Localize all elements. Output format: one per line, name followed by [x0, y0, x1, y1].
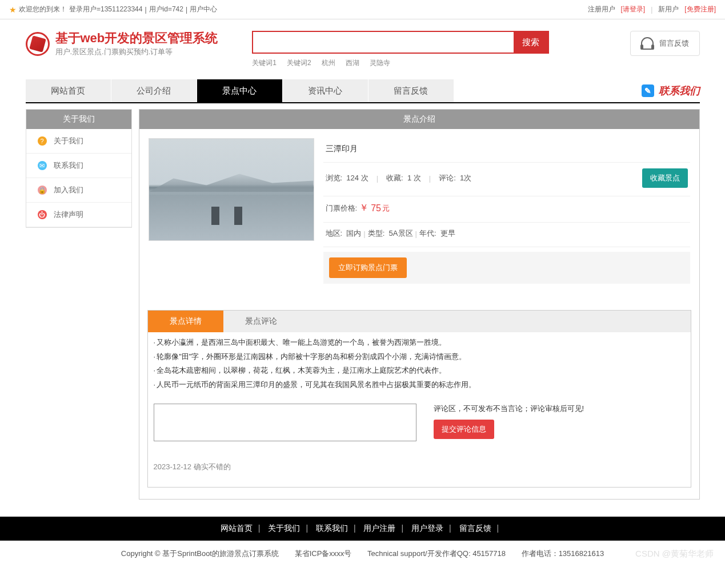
- stats-row: 浏览: 124 次 | 收藏: 1 次 | 评论: 1次 收藏景点: [323, 163, 690, 196]
- nav-home[interactable]: 网站首页: [26, 79, 111, 102]
- footer-link-feedback[interactable]: 留言反馈: [459, 523, 491, 533]
- welcome-text: 欢迎您的到来！: [19, 5, 67, 14]
- tab-detail[interactable]: 景点详情: [148, 311, 223, 332]
- comment-value: 1次: [460, 173, 471, 183]
- collect-button[interactable]: 收藏景点: [642, 168, 688, 188]
- lock-icon: 🔒: [38, 186, 47, 195]
- nav-news[interactable]: 资讯中心: [283, 79, 368, 102]
- divider: |: [651, 6, 652, 14]
- sep: |: [376, 174, 378, 183]
- keyword-link[interactable]: 杭州: [322, 58, 335, 68]
- copyright-text: Copyright © 基于SprintBoot的旅游景点订票系统: [121, 549, 279, 558]
- description: 又称小瀛洲，是西湖三岛中面积最大、唯一能上岛游览的一个岛，被誉为西湖第一胜境。 …: [148, 332, 691, 396]
- power-icon: ⏻: [38, 210, 47, 219]
- content-header: 景点介绍: [139, 110, 699, 129]
- please-login-link[interactable]: [请登录]: [621, 5, 646, 14]
- spot-name: 三潭印月: [323, 138, 690, 163]
- view-label: 浏览:: [326, 173, 343, 183]
- comment-textarea[interactable]: [154, 404, 416, 441]
- logo-icon: [26, 32, 50, 56]
- comment-area: 评论区，不可发布不当言论；评论审核后可见! 提交评论信息: [148, 396, 691, 445]
- contact-us[interactable]: ✎ 联系我们: [642, 79, 700, 102]
- desc-line: 全岛花木疏密相间，以翠柳，荷花，红枫，木芙蓉为主，是江南水上庭院艺术的代表作。: [154, 364, 685, 378]
- nav-company[interactable]: 公司介绍: [111, 79, 197, 102]
- desc-line: 轮廓像"田"字，外圈环形是江南园林，内部被十字形的岛和桥分割成四个小湖，充满诗情…: [154, 350, 685, 364]
- desc-line: 又称小瀛洲，是西湖三岛中面积最大、唯一能上岛游览的一个岛，被誉为西湖第一胜境。: [154, 336, 685, 350]
- keyword-link[interactable]: 关键词2: [287, 58, 311, 68]
- feedback-label: 留言反馈: [659, 38, 689, 49]
- footer-link-about[interactable]: 关于我们: [268, 523, 300, 533]
- sidebar-item-join[interactable]: 🔒 加入我们: [26, 178, 131, 203]
- main: 关于我们 ? 关于我们 ✉ 联系我们 🔒 加入我们 ⏻ 法律声明 景点介绍 三潭…: [26, 109, 700, 500]
- footer-link-home[interactable]: 网站首页: [221, 523, 253, 533]
- icp-text: 某省ICP备xxxx号: [295, 549, 352, 558]
- support-text: Technical support/开发作者QQ: 45157718: [367, 549, 506, 558]
- top-bar: ★ 欢迎您的到来！ 登录用户=13511223344 | 用户id=742 | …: [0, 0, 725, 19]
- type-value: 5A景区: [389, 228, 413, 239]
- keyword-link[interactable]: 关键词1: [252, 58, 277, 68]
- era-label: 年代:: [419, 228, 436, 239]
- logo-title: 基于web开发的景区管理系统: [55, 31, 218, 46]
- nav-spots[interactable]: 景点中心: [197, 79, 283, 102]
- mail-icon: ✉: [38, 161, 47, 170]
- top-right: 注册用户 [请登录] | 新用户 [免费注册]: [588, 5, 716, 14]
- logo-area: 基于web开发的景区管理系统 用户.景区景点.门票购买预约.订单等: [26, 31, 218, 57]
- sep: |: [145, 6, 146, 14]
- question-icon: ?: [38, 136, 47, 146]
- fav-value: 1 次: [407, 173, 421, 183]
- sidebar-item-contact[interactable]: ✉ 联系我们: [26, 154, 131, 178]
- footer-info: Copyright © 基于SprintBoot的旅游景点订票系统 某省ICP备…: [0, 541, 725, 567]
- sidebar-item-legal[interactable]: ⏻ 法律声明: [26, 203, 131, 227]
- tab-comments[interactable]: 景点评论: [223, 311, 299, 332]
- tabs: 景点详情 景点评论: [148, 311, 691, 332]
- meta-row: 地区: 国内 | 类型: 5A景区 | 年代: 更早: [323, 223, 690, 247]
- reg-user-label: 注册用户: [588, 5, 615, 14]
- spot-image: [149, 138, 314, 241]
- sep: |: [363, 229, 365, 238]
- fav-label: 收藏:: [386, 173, 403, 183]
- search-button[interactable]: 搜索: [514, 32, 548, 53]
- search-keywords: 关键词1 关键词2 杭州 西湖 灵隐寺: [252, 58, 549, 68]
- headset-icon: [641, 37, 654, 50]
- type-label: 类型:: [368, 228, 385, 239]
- order-button[interactable]: 立即订购景点门票: [329, 257, 407, 278]
- phone-text: 作者电话：13516821613: [522, 549, 604, 558]
- nav-bar: 网站首页 公司介绍 景点中心 资讯中心 留言反馈 ✎ 联系我们: [26, 79, 700, 103]
- free-register-link[interactable]: [免费注册]: [684, 5, 716, 14]
- top-left: ★ 欢迎您的到来！ 登录用户=13511223344 | 用户id=742 | …: [9, 5, 217, 14]
- nav-feedback[interactable]: 留言反馈: [368, 79, 454, 102]
- spot-info: 三潭印月 浏览: 124 次 | 收藏: 1 次 | 评论: 1次 收藏景点 门…: [323, 138, 690, 284]
- footer-nav: 网站首页| 关于我们| 联系我们| 用户注册| 用户登录| 留言反馈|: [0, 517, 725, 541]
- keyword-link[interactable]: 灵隐寺: [370, 58, 390, 68]
- search-input[interactable]: [253, 32, 514, 53]
- footer-link-login[interactable]: 用户登录: [411, 523, 443, 533]
- sep: |: [415, 229, 417, 238]
- content: 景点介绍 三潭印月 浏览: 124 次 | 收藏: 1 次 | 评论: 1次: [139, 109, 700, 500]
- feedback-button[interactable]: 留言反馈: [630, 31, 700, 56]
- footer-link-contact[interactable]: 联系我们: [316, 523, 348, 533]
- view-value: 124 次: [346, 173, 368, 183]
- user-id-text: 用户id=742: [149, 5, 183, 14]
- footer-link-register[interactable]: 用户注册: [363, 523, 395, 533]
- comment-right: 评论区，不可发布不当言论；评论审核后可见! 提交评论信息: [434, 404, 685, 441]
- submit-comment-button[interactable]: 提交评论信息: [434, 420, 494, 439]
- price-symbol: ￥: [359, 202, 368, 214]
- era-value: 更早: [440, 228, 455, 239]
- sidebar-item-about[interactable]: ? 关于我们: [26, 129, 131, 154]
- pencil-icon: ✎: [642, 84, 654, 97]
- detail-top: 三潭印月 浏览: 124 次 | 收藏: 1 次 | 评论: 1次 收藏景点 门…: [139, 129, 699, 293]
- sidebar-header: 关于我们: [26, 110, 131, 129]
- sidebar-item-label: 联系我们: [54, 160, 83, 171]
- price-value: 75: [371, 203, 381, 214]
- desc-line: 人民币一元纸币的背面采用三潭印月的盛景，可见其在我国风景名胜中占据极其重要的标志…: [154, 378, 685, 392]
- user-center-link[interactable]: 用户中心: [190, 5, 217, 14]
- price-row: 门票价格: ￥ 75 元: [323, 196, 690, 223]
- search-box: 搜索: [252, 31, 549, 54]
- detail-body: 景点详情 景点评论 又称小瀛洲，是西湖三岛中面积最大、唯一能上岛游览的一个岛，被…: [147, 310, 691, 488]
- login-user-text: 登录用户=13511223344: [69, 5, 142, 14]
- sep: |: [186, 6, 187, 14]
- keyword-link[interactable]: 西湖: [346, 58, 359, 68]
- logo-subtitle: 用户.景区景点.门票购买预约.订单等: [55, 47, 218, 57]
- star-icon: ★: [9, 5, 17, 14]
- contact-label: 联系我们: [659, 84, 700, 98]
